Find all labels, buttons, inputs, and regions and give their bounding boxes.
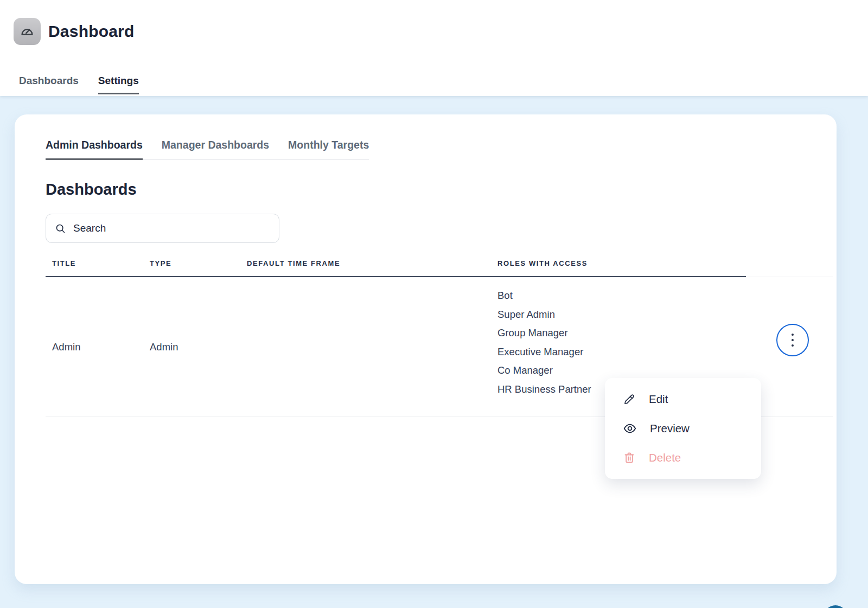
tab-admin-dashboards[interactable]: Admin Dashboards (46, 139, 143, 160)
menu-item-label: Preview (650, 422, 690, 435)
search-icon (55, 223, 66, 234)
tab-monthly-targets[interactable]: Monthly Targets (288, 139, 369, 160)
content-area: Admin Dashboards Manager Dashboards Mont… (0, 96, 868, 608)
app-header: Dashboard Dashboards Settings (0, 0, 868, 96)
column-header-title: Title (46, 254, 143, 277)
settings-card: Admin Dashboards Manager Dashboards Mont… (15, 114, 837, 584)
row-actions-menu: Edit Preview Delete (605, 378, 761, 479)
column-header-actions (746, 254, 833, 277)
tab-manager-dashboards[interactable]: Manager Dashboards (162, 139, 269, 160)
pencil-icon (623, 393, 636, 406)
tab-settings[interactable]: Settings (98, 75, 139, 94)
gauge-icon (14, 18, 41, 45)
search-box[interactable] (46, 214, 279, 243)
role-item: Executive Manager (497, 343, 591, 362)
menu-item-label: Delete (649, 451, 681, 464)
role-item: Bot (497, 286, 591, 305)
role-item: Co Manager (497, 361, 591, 380)
cell-type: Admin (143, 277, 240, 417)
settings-sub-tabs: Admin Dashboards Manager Dashboards Mont… (46, 139, 369, 160)
column-header-default-time-frame: Default Time Frame (240, 254, 491, 277)
cell-title: Admin (46, 277, 143, 417)
column-header-roles-with-access: Roles With Access (491, 254, 746, 277)
column-header-type: Type (143, 254, 240, 277)
table-header-row: Title Type Default Time Frame Roles With… (46, 254, 833, 277)
role-item: Group Manager (497, 324, 591, 343)
menu-item-preview[interactable]: Preview (605, 414, 761, 443)
menu-item-label: Edit (649, 393, 668, 406)
primary-tabs: Dashboards Settings (19, 75, 139, 94)
page-title: Dashboard (48, 22, 135, 41)
eye-icon (623, 421, 637, 436)
menu-item-delete[interactable]: Delete (605, 443, 761, 472)
role-item: HR Business Partner (497, 380, 591, 399)
cell-default-time-frame (240, 277, 491, 417)
trash-icon (623, 451, 636, 464)
tab-dashboards[interactable]: Dashboards (19, 75, 79, 94)
kebab-menu-icon (792, 334, 794, 347)
role-item: Super Admin (497, 305, 591, 324)
search-input[interactable] (73, 222, 270, 234)
menu-item-edit[interactable]: Edit (605, 385, 761, 414)
section-heading: Dashboards (46, 181, 837, 199)
row-actions-button[interactable] (776, 324, 809, 356)
